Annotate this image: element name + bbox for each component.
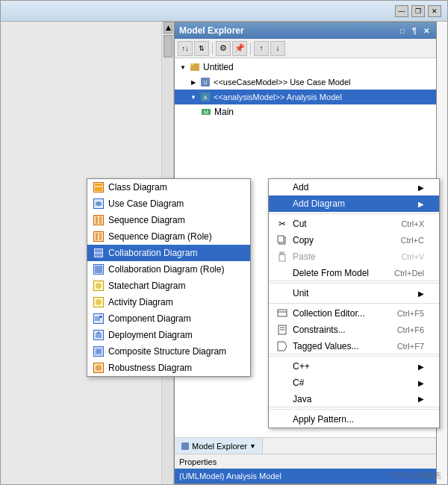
menu-delete[interactable]: Delete From Model Ctrl+Del [269, 265, 439, 281]
model-explorer-tab-label: Model Explorer [192, 442, 247, 451]
menu-constraints[interactable]: Constraints... Ctrl+F6 [269, 322, 439, 338]
deployment-diagram-label: Deployment Diagram [108, 330, 235, 340]
pin-button[interactable]: ¶ [409, 27, 420, 35]
add-icon [275, 181, 290, 193]
title-bar: — ❐ ✕ [1, 1, 447, 22]
title-bar-controls: — ❐ ✕ [395, 5, 441, 17]
svg-rect-18 [95, 266, 102, 273]
expand-usecase[interactable]: ▶ [188, 77, 199, 87]
menu-deployment-diagram[interactable]: Deployment Diagram [87, 327, 250, 343]
float-button[interactable]: □ [397, 27, 408, 35]
close-explorer-button[interactable]: ✕ [421, 27, 432, 35]
usecase-diagram-icon [93, 198, 104, 209]
menu-apply-pattern[interactable]: Apply Pattern... [269, 411, 439, 428]
collaboration-diagram-icon [93, 248, 104, 258]
sequence-diagram-icon [93, 215, 104, 225]
menu-component-diagram[interactable]: Component Diagram [87, 310, 250, 327]
menu-usecase-diagram[interactable]: Use Case Diagram [87, 195, 250, 212]
robustness-diagram-icon [93, 363, 104, 373]
tree-item-untitled[interactable]: ▼ Untitled [175, 60, 436, 75]
svg-rect-22 [99, 316, 102, 318]
menu-collaboration-diagram-role[interactable]: Collaboration Diagram (Role) [87, 261, 250, 278]
copy-icon [275, 234, 290, 246]
menu-collection-editor[interactable]: Collection Editor... Ctrl+F5 [269, 305, 439, 322]
filter-button[interactable]: ⇅ [194, 41, 209, 56]
settings-button[interactable]: ⚙ [216, 41, 231, 56]
menu-add[interactable]: Add ▶ [269, 179, 439, 195]
menu-class-diagram[interactable]: Class Diagram [87, 179, 250, 195]
svg-rect-23 [96, 334, 102, 338]
tagged-values-label: Tagged Values... [293, 341, 382, 351]
menu-copy[interactable]: Copy Ctrl+C [269, 232, 439, 248]
cut-label: Cut [293, 219, 386, 229]
menu-java[interactable]: Java ▶ [269, 391, 439, 407]
tree-label-analysis: <<analysisModel>> Analysis Model [214, 93, 342, 101]
tree-item-main[interactable]: M Main [175, 104, 436, 119]
tree-label-untitled: Untitled [203, 62, 234, 72]
collaboration-diagram-label: Collaboration Diagram [108, 248, 235, 258]
menu-activity-diagram[interactable]: Activity Diagram [87, 294, 250, 310]
model-explorer-header: Model Explorer □ ¶ ✕ [175, 22, 436, 39]
menu-collaboration-diagram[interactable]: Collaboration Diagram [87, 245, 250, 261]
menu-unit[interactable]: Unit ▶ [269, 285, 439, 301]
move-up-button[interactable]: ↑ [254, 41, 269, 56]
svg-point-27 [96, 365, 102, 371]
menu-paste[interactable]: Paste Ctrl+V [269, 248, 439, 265]
minimize-button[interactable]: — [395, 5, 408, 17]
tagged-values-shortcut: Ctrl+F7 [397, 342, 424, 351]
toolbar-separator-1 [212, 43, 213, 54]
sort-button[interactable]: ↑↓ [178, 41, 193, 56]
menu-sequence-diagram[interactable]: Sequence Diagram [87, 212, 250, 228]
usecase-diagram-label: Use Case Diagram [108, 198, 235, 209]
menu-composite-structure-diagram[interactable]: Composite Structure Diagram [87, 343, 250, 360]
diagram-submenu[interactable]: Class Diagram Use Case Diagram Sequence … [87, 178, 251, 377]
tree-item-usecase-model[interactable]: ▶ U <<useCaseModel>> Use Case Model [175, 75, 436, 90]
menu-tagged-values[interactable]: Tagged Values... Ctrl+F7 [269, 338, 439, 354]
java-icon [275, 393, 290, 405]
menu-sep-2 [269, 283, 439, 284]
menu-robustness-diagram[interactable]: Robustness Diagram [87, 360, 250, 376]
pin-tree-button[interactable]: 📌 [232, 41, 247, 56]
main-context-menu[interactable]: Add ▶ Add Diagram ▶ ✂ Cut Ctrl+X Copy Ct… [268, 178, 440, 428]
properties-bar: Properties [175, 454, 436, 469]
robustness-diagram-label: Robustness Diagram [108, 363, 235, 373]
scroll-thumb[interactable] [164, 35, 172, 57]
menu-statechart-diagram[interactable]: Statechart Diagram [87, 278, 250, 294]
scroll-up-arrow[interactable]: ▲ [164, 22, 172, 34]
move-down-button[interactable]: ↓ [270, 41, 285, 56]
sequence-diagram-label: Sequence Diagram [108, 215, 235, 225]
menu-csharp[interactable]: C# ▶ [269, 375, 439, 391]
model-explorer-tab[interactable]: Model Explorer ▼ [175, 438, 263, 454]
apply-pattern-label: Apply Pattern... [293, 414, 424, 425]
menu-cpp[interactable]: C++ ▶ [269, 358, 439, 375]
menu-add-diagram[interactable]: Add Diagram ▶ [269, 195, 439, 212]
menu-sequence-diagram-role[interactable]: Sequence Diagram (Role) [87, 228, 250, 245]
expand-untitled[interactable]: ▼ [178, 62, 188, 72]
close-button[interactable]: ✕ [428, 5, 441, 17]
expand-analysis[interactable]: ▼ [188, 92, 199, 102]
cpp-label: C++ [293, 361, 415, 372]
class-diagram-label: Class Diagram [108, 182, 235, 193]
menu-cut[interactable]: ✂ Cut Ctrl+X [269, 216, 439, 232]
tree-label-main: Main [214, 107, 234, 117]
statechart-diagram-label: Statechart Diagram [108, 281, 235, 291]
collection-editor-label: Collection Editor... [293, 308, 382, 319]
svg-text:M: M [204, 110, 208, 115]
java-arrow: ▶ [418, 395, 424, 403]
usecase-model-icon: U [199, 76, 211, 88]
class-diagram-icon [93, 182, 104, 193]
csharp-label: C# [293, 378, 415, 388]
svg-point-11 [96, 201, 102, 206]
maximize-button[interactable]: ❐ [411, 5, 425, 17]
deployment-diagram-icon [93, 330, 104, 340]
svg-rect-29 [278, 236, 284, 242]
explorer-toolbar: ↑↓ ⇅ ⚙ 📌 ↑ ↓ [175, 39, 436, 58]
model-explorer-header-controls: □ ¶ ✕ [397, 27, 432, 35]
cpp-arrow: ▶ [418, 363, 424, 371]
tree-item-analysis-model[interactable]: ▼ A <<analysisModel>> Analysis Model [175, 90, 436, 104]
menu-sep-1 [269, 213, 439, 214]
menu-sep-3 [269, 303, 439, 304]
activity-diagram-icon [93, 297, 104, 307]
add-diagram-icon [275, 198, 290, 210]
tagged-values-icon [275, 340, 290, 352]
